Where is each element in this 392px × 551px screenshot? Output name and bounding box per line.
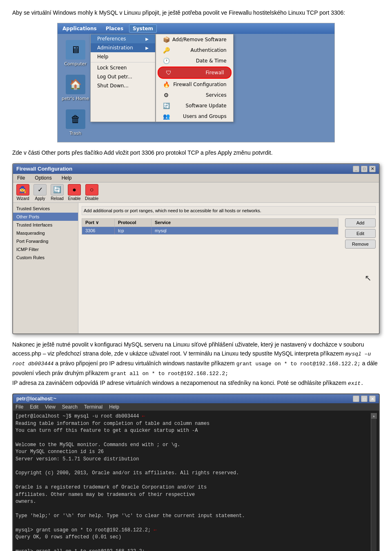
fw-cell-port: 3306 [82, 227, 115, 234]
fw-sidebar-trusted-services[interactable]: Trusted Services [13, 204, 78, 213]
fw-apply-btn[interactable]: ✓ Apply [33, 184, 47, 201]
system-menu: Preferences ▶ Administration ▶ Help Lock… [90, 34, 156, 122]
fw-body: Trusted Services Other Ports Trusted Int… [13, 203, 379, 333]
taskbar-system[interactable]: System [129, 24, 157, 33]
desktop-icon-home[interactable]: 🏠 petr's Home [62, 75, 89, 101]
fw-enable-btn[interactable]: ● Enable [68, 184, 81, 201]
terminal-scrollbar[interactable]: ▲ ▼ [371, 413, 376, 551]
software-update-icon: 🔄 [163, 102, 170, 109]
fw-wizard-btn[interactable]: 🧙 Wizard [16, 184, 29, 201]
term-menu-help[interactable]: Help [109, 404, 119, 410]
terminal-window: petr@localhost:~ _ □ ✕ File Edit View Se… [12, 393, 380, 551]
desktop-icon-computer[interactable]: 🖥 Computer [62, 40, 89, 67]
admin-item-firewall-config[interactable]: 🔥 Firewall Configuration [156, 79, 233, 90]
code3: grant all on * to root@192.168.122.2; [110, 371, 228, 377]
fw-sidebar-trusted-interfaces[interactable]: Trusted Interfaces [13, 221, 78, 229]
term-line-4: Welcome to the MySQL monitor. Commands e… [16, 442, 369, 449]
fw-menubar: File Options Help [13, 174, 379, 182]
intro-paragraph: Aby se virtuální Windows mohly k MySQL v… [12, 8, 380, 17]
apply-icon: ✓ [33, 184, 47, 196]
fw-description: Add additional ports or port ranges, whi… [82, 206, 376, 215]
fw-menu-file[interactable]: File [16, 175, 27, 181]
term-menu-file[interactable]: File [16, 404, 23, 410]
gnome-desktop-area: 🖥 Computer 🏠 petr's Home 🗑 Trash Prefer [58, 34, 334, 142]
wizard-icon: 🧙 [16, 184, 29, 196]
fw-title: Firewall Configuration [16, 166, 72, 172]
fw-reload-btn[interactable]: 🔄 Reload [51, 184, 64, 201]
users-groups-icon: 👥 [163, 113, 170, 120]
fw-sidebar-port-forwarding[interactable]: Port Forwarding [13, 237, 78, 245]
fw-edit-button[interactable]: Edit [345, 229, 376, 238]
desktop-icon-trash[interactable]: 🗑 Trash [62, 109, 89, 136]
fw-table-row[interactable]: 3306 tcp mysql [82, 227, 339, 235]
gnome-desktop: Applications Places System 🖥 Computer 🏠 … [57, 23, 335, 142]
enable-icon: ● [68, 184, 81, 196]
reload-label: Reload [51, 196, 64, 201]
addremove-icon: 📦 [163, 36, 170, 43]
fw-sidebar-other-ports[interactable]: Other Ports [13, 213, 78, 221]
term-line-5: Your MySQL connection id is 26 [16, 449, 369, 455]
firewall-icon: 🛡 [165, 69, 172, 76]
taskbar-places[interactable]: Places [102, 25, 127, 32]
admin-item-addremove[interactable]: 📦 Add/Remove Software [156, 34, 233, 45]
admin-item-auth[interactable]: 🔑 Authentication [156, 45, 233, 56]
terminal-title: petr@localhost:~ [16, 396, 56, 402]
fw-menu-options[interactable]: Options [33, 175, 53, 181]
home-icon: 🏠 [66, 75, 85, 94]
fw-sidebar-masquerading[interactable]: Masquerading [13, 229, 78, 237]
fw-maximize-btn[interactable]: □ [361, 166, 368, 172]
admin-item-software-update[interactable]: 🔄 Software Update [156, 100, 233, 111]
fw-titlebar: Firewall Configuration _ □ ✕ [13, 164, 379, 174]
term-line-11: affiliates. Other names may be trademark… [16, 491, 369, 498]
wizard-label: Wizard [16, 196, 29, 201]
term-line-13 [16, 505, 369, 512]
terminal-minimize-btn[interactable]: _ [353, 395, 359, 402]
terminal-maximize-btn[interactable]: □ [361, 395, 368, 402]
admin-item-services[interactable]: ⚙ Services [156, 90, 233, 100]
fw-minimize-btn[interactable]: _ [353, 166, 359, 172]
fw-cell-protocol: tcp [115, 227, 151, 234]
fw-add-button[interactable]: Add [345, 218, 376, 227]
menu-divider [91, 62, 155, 62]
term-menu-view[interactable]: View [45, 404, 56, 410]
menu-administration[interactable]: Administration ▶ [91, 43, 155, 52]
menu-shutdown[interactable]: Shut Down... [91, 81, 155, 90]
fw-toolbar: 🧙 Wizard ✓ Apply 🔄 Reload ● Enable ○ Dis… [13, 182, 379, 203]
admin-item-datetime[interactable]: 🕐 Date & Time [156, 56, 233, 66]
term-line-14: Type 'help;' or '\h' for help. Type '\c'… [16, 513, 369, 520]
admin-item-firewall[interactable]: 🛡 Firewall [158, 67, 232, 79]
terminal-menubar: File Edit View Search Terminal Help [13, 403, 379, 411]
term-line-16: mysql> grant usage on * to root@192.168.… [16, 527, 369, 534]
terminal-titlebar: petr@localhost:~ _ □ ✕ [13, 394, 379, 403]
terminal-close-btn[interactable]: ✕ [369, 395, 376, 402]
terminal-scroll-up[interactable]: ▲ [371, 413, 377, 419]
menu-help[interactable]: Help [91, 52, 155, 61]
fw-table-and-actions: Port ∨ Protocol Service 3306 tcp mysql A… [82, 218, 376, 249]
firewall-config-icon: 🔥 [163, 81, 170, 88]
fw-header-port: Port ∨ [82, 219, 115, 227]
admin-submenu: 📦 Add/Remove Software 🔑 Authentication 🕐… [156, 34, 234, 122]
fw-remove-button[interactable]: Remove [345, 240, 376, 249]
menu-lock-screen[interactable]: Lock Screen [91, 63, 155, 72]
desktop-icons-area: 🖥 Computer 🏠 petr's Home 🗑 Trash [58, 34, 93, 142]
red-arrow-1: ← [154, 527, 156, 533]
fw-sidebar-custom-rules[interactable]: Custom Rules [13, 253, 78, 262]
fw-disable-btn[interactable]: ○ Disable [85, 184, 98, 201]
menu-preferences[interactable]: Preferences ▶ [91, 34, 155, 43]
fw-sidebar-icmp-filter[interactable]: ICMP Filter [13, 245, 78, 253]
term-line-6: Server version: 5.1.71 Source distributi… [16, 456, 369, 463]
admin-item-users-groups[interactable]: 👥 Users and Groups [156, 111, 233, 122]
term-menu-search[interactable]: Search [62, 404, 78, 410]
fw-table: Port ∨ Protocol Service 3306 tcp mysql [82, 218, 339, 249]
term-line-18 [16, 541, 369, 548]
disable-label: Disable [85, 196, 98, 201]
fw-close-btn[interactable]: ✕ [369, 166, 376, 172]
fw-menu-help[interactable]: Help [60, 175, 74, 181]
term-menu-edit[interactable]: Edit [30, 404, 38, 410]
auth-icon: 🔑 [163, 47, 170, 54]
code4: exit. [348, 380, 364, 387]
computer-icon: 🖥 [66, 40, 85, 60]
taskbar-applications[interactable]: Applications [59, 25, 100, 32]
menu-logout[interactable]: Log Out petr... [91, 72, 155, 81]
term-menu-terminal[interactable]: Terminal [84, 404, 102, 410]
